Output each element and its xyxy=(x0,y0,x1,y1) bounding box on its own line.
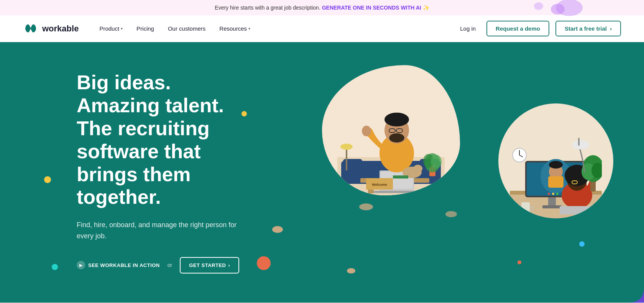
nav-customers[interactable]: Our customers xyxy=(163,22,211,35)
person-laptop-illustration: Welcome xyxy=(337,88,445,195)
svg-point-22 xyxy=(413,165,422,172)
svg-point-62 xyxy=(445,211,457,217)
nav-pricing[interactable]: Pricing xyxy=(131,22,159,35)
svg-point-61 xyxy=(359,203,373,210)
hero-illustrations: Welcome xyxy=(299,42,644,303)
svg-point-31 xyxy=(431,155,442,169)
nav-links: Product ▾ Pricing Our customers Resource… xyxy=(94,22,455,35)
login-button[interactable]: Log in xyxy=(455,22,480,35)
sparkle-icon: ✨ xyxy=(423,5,429,11)
svg-point-27 xyxy=(340,144,353,150)
top-banner: Every hire starts with a great job descr… xyxy=(0,0,644,15)
nav-resources[interactable]: Resources ▾ xyxy=(214,22,256,35)
svg-text:Welcome: Welcome xyxy=(372,183,387,187)
svg-rect-60 xyxy=(578,138,580,146)
hero-content: Big ideas. Amazing talent. The recruitin… xyxy=(0,71,253,273)
svg-point-1 xyxy=(551,4,565,15)
request-demo-button[interactable]: Request a demo xyxy=(486,21,549,36)
watch-video-button[interactable]: ▶ SEE WORKABLE IN ACTION xyxy=(77,261,160,269)
svg-point-2 xyxy=(534,2,543,10)
play-icon: ▶ xyxy=(77,261,85,269)
banner-decoration-blob xyxy=(548,0,583,18)
banner-text: Every hire starts with a great job descr… xyxy=(215,5,320,11)
dot-tan-1 xyxy=(272,226,283,233)
organic-shape-2 xyxy=(445,211,458,218)
hero-title: Big ideas. Amazing talent. The recruitin… xyxy=(77,71,253,209)
svg-point-40 xyxy=(549,161,563,169)
logo-icon xyxy=(23,23,39,35)
illustration-blob-2 xyxy=(498,103,613,218)
banner-cta-link[interactable]: GENERATE ONE IN SECONDS WITH AI xyxy=(322,5,421,11)
svg-point-16 xyxy=(389,133,404,142)
person-videocall-illustration xyxy=(510,126,602,218)
organic-shape-1 xyxy=(358,203,374,211)
logo[interactable]: workable xyxy=(23,23,79,35)
resources-chevron: ▾ xyxy=(248,26,250,31)
start-trial-button[interactable]: Start a free trial › xyxy=(555,21,621,36)
navbar: workable Product ▾ Pricing Our customers… xyxy=(0,15,644,42)
svg-point-42 xyxy=(548,193,550,195)
nav-product[interactable]: Product ▾ xyxy=(94,22,128,35)
or-separator: or xyxy=(168,262,172,268)
svg-rect-41 xyxy=(548,176,564,188)
dot-orange xyxy=(257,256,271,270)
illustration-blob-1: Welcome xyxy=(322,65,460,195)
hero-section: Big ideas. Amazing talent. The recruitin… xyxy=(0,42,644,303)
logo-text: workable xyxy=(42,24,79,34)
nav-actions: Log in Request a demo Start a free trial… xyxy=(455,21,621,36)
hero-subtitle: Find, hire, onboard, and manage the righ… xyxy=(77,219,238,242)
svg-rect-35 xyxy=(542,205,562,208)
banner-decoration-blob2 xyxy=(533,1,544,11)
svg-rect-50 xyxy=(560,206,590,215)
svg-point-59 xyxy=(572,140,589,149)
svg-rect-26 xyxy=(346,147,347,170)
get-started-button[interactable]: GET STARTED › xyxy=(180,257,239,274)
svg-rect-12 xyxy=(374,191,420,193)
svg-point-43 xyxy=(552,193,554,195)
hero-cta: ▶ SEE WORKABLE IN ACTION or GET STARTED … xyxy=(77,257,253,274)
product-chevron: ▾ xyxy=(121,26,123,31)
svg-point-15 xyxy=(384,113,409,126)
svg-point-20 xyxy=(362,126,371,136)
svg-rect-51 xyxy=(521,202,530,212)
svg-point-44 xyxy=(556,193,559,195)
svg-rect-25 xyxy=(393,175,408,179)
